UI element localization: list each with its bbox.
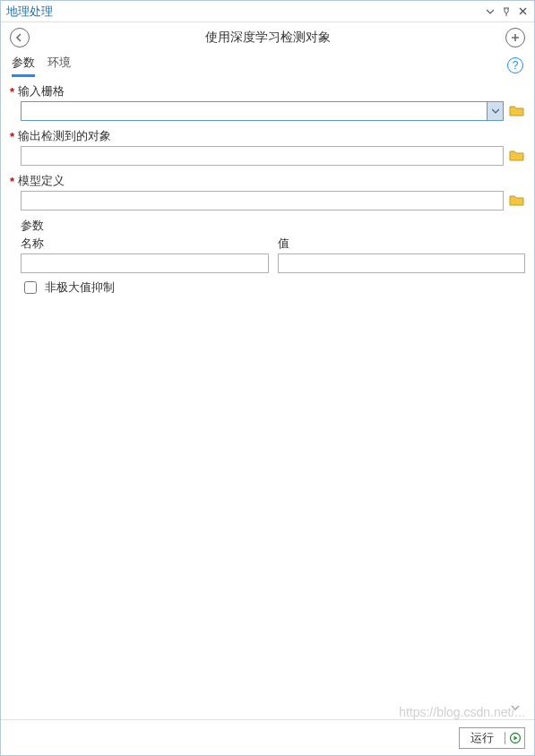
pin-icon[interactable] xyxy=(500,5,513,18)
close-icon[interactable] xyxy=(516,5,529,18)
arg-name-label: 名称 xyxy=(21,236,269,252)
input-raster-input[interactable] xyxy=(22,102,487,120)
footer-bar: 运行 xyxy=(1,719,534,755)
parameters-form: * 输入栅格 * 输出检测到的对象 xyxy=(1,78,534,719)
arg-value-input[interactable] xyxy=(278,253,526,273)
run-button-label: 运行 xyxy=(460,730,505,746)
field-model-definition: * 模型定义 xyxy=(10,173,525,210)
help-button[interactable]: ? xyxy=(507,57,523,73)
tool-title: 使用深度学习检测对象 xyxy=(30,30,505,46)
nms-label: 非极大值抑制 xyxy=(45,279,115,296)
output-detected-input[interactable] xyxy=(21,146,504,166)
nms-checkbox[interactable] xyxy=(24,281,37,294)
arguments-row: 名称 值 xyxy=(21,236,525,273)
arg-value-label: 值 xyxy=(278,236,526,252)
panel-title: 地理处理 xyxy=(6,4,480,20)
required-icon: * xyxy=(10,85,14,99)
scroll-down-icon[interactable] xyxy=(509,701,522,714)
arg-name-input[interactable] xyxy=(21,253,269,273)
browse-model-definition[interactable] xyxy=(509,193,525,208)
chevron-down-icon[interactable] xyxy=(487,102,503,120)
add-button[interactable] xyxy=(505,28,525,47)
field-input-raster: * 输入栅格 xyxy=(10,83,525,121)
title-bar: 地理处理 xyxy=(1,1,534,22)
tab-parameters[interactable]: 参数 xyxy=(12,55,35,77)
label-model-definition: 模型定义 xyxy=(18,173,65,189)
tabs-bar: 参数 环境 ? xyxy=(1,53,534,78)
label-output-detected: 输出检测到的对象 xyxy=(18,128,111,144)
arguments-header: 参数 xyxy=(21,218,525,234)
required-icon: * xyxy=(10,175,14,188)
geoprocessing-panel: 地理处理 使用深度学习检测对象 参数 环境 ? * 输入栅格 xyxy=(0,0,535,756)
browse-output-detected[interactable] xyxy=(509,149,525,163)
run-button-dropdown[interactable] xyxy=(505,732,524,744)
input-raster-combo[interactable] xyxy=(21,101,504,121)
label-input-raster: 输入栅格 xyxy=(18,83,65,99)
run-button[interactable]: 运行 xyxy=(459,727,525,749)
tab-environments[interactable]: 环境 xyxy=(47,55,71,77)
tool-header: 使用深度学习检测对象 xyxy=(1,22,534,53)
back-button[interactable] xyxy=(10,28,30,47)
dropdown-icon[interactable] xyxy=(484,5,496,18)
nms-checkbox-row[interactable]: 非极大值抑制 xyxy=(21,279,525,296)
model-definition-input[interactable] xyxy=(21,191,504,210)
required-icon: * xyxy=(10,130,14,143)
field-output-detected: * 输出检测到的对象 xyxy=(10,128,525,166)
browse-input-raster[interactable] xyxy=(509,104,525,118)
